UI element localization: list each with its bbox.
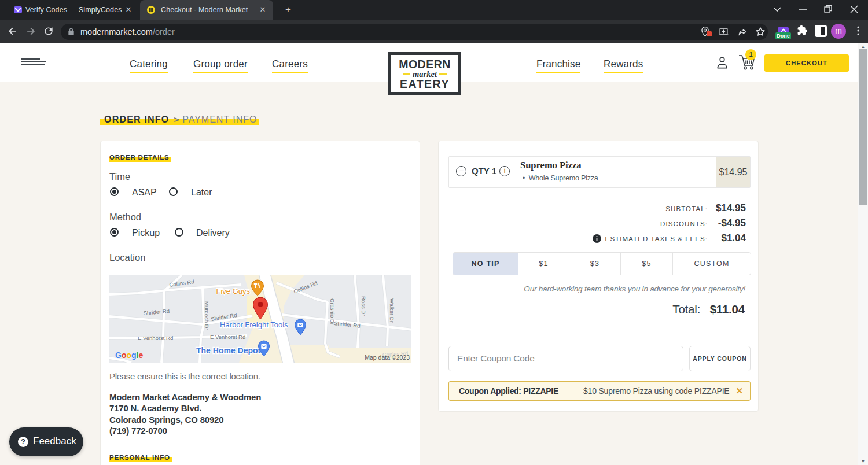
svg-text:e: e [139, 350, 144, 360]
svg-text:Five Guys: Five Guys [216, 287, 250, 296]
svg-text:Map data ©2023: Map data ©2023 [365, 354, 410, 361]
svg-text:g: g [131, 350, 137, 360]
svg-text:Harbor Freight Tools: Harbor Freight Tools [220, 320, 288, 329]
svg-text:E Venhorst Rd: E Venhorst Rd [210, 334, 245, 340]
svg-text:Walker Dr: Walker Dr [389, 298, 395, 323]
svg-text:Murdoch Dr: Murdoch Dr [204, 301, 210, 330]
svg-text:G: G [115, 350, 122, 360]
svg-text:o: o [122, 350, 127, 360]
svg-text:E Venhorst Rd: E Venhorst Rd [138, 335, 173, 341]
svg-text:o: o [127, 350, 132, 360]
svg-text:The Home Depot: The Home Depot [196, 346, 261, 355]
svg-text:Ross Dr: Ross Dr [361, 296, 367, 316]
svg-text:Grashio Dr: Grashio Dr [329, 298, 336, 325]
